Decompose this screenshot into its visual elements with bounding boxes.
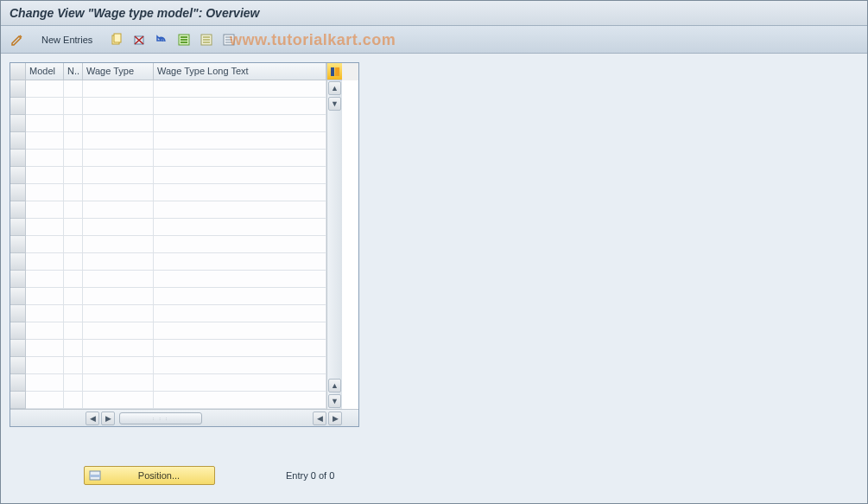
cell-model[interactable] [26, 132, 64, 150]
table-row[interactable] [10, 150, 326, 167]
cell-wage-type[interactable] [83, 132, 154, 150]
column-header-model[interactable]: Model [26, 63, 64, 80]
table-row[interactable] [10, 305, 326, 322]
column-header-wage-type[interactable]: Wage Type [83, 63, 154, 80]
deselect-all-icon[interactable] [197, 31, 216, 48]
column-header-wage-type-long[interactable]: Wage Type Long Text [154, 63, 326, 80]
table-row[interactable] [10, 115, 326, 132]
row-selector[interactable] [10, 115, 26, 132]
cell-wage-type-long[interactable] [154, 184, 326, 201]
table-row[interactable] [10, 80, 326, 98]
cell-wage-type[interactable] [83, 167, 154, 184]
cell-model[interactable] [26, 288, 64, 305]
row-selector[interactable] [10, 392, 26, 409]
cell-model[interactable] [26, 340, 64, 357]
cell-n[interactable] [64, 219, 83, 236]
column-header-n[interactable]: N.. [64, 63, 83, 80]
row-selector[interactable] [10, 236, 26, 253]
cell-wage-type[interactable] [83, 392, 154, 409]
position-button[interactable]: Position... [84, 466, 215, 485]
scroll-left-icon[interactable]: ▶ [101, 411, 115, 425]
cell-wage-type[interactable] [83, 80, 154, 98]
scroll-up-icon[interactable]: ▲ [328, 81, 341, 95]
cell-model[interactable] [26, 392, 64, 409]
cell-wage-type-long[interactable] [154, 357, 326, 374]
row-selector[interactable] [10, 150, 26, 167]
table-row[interactable] [10, 288, 326, 305]
row-selector[interactable] [10, 322, 26, 340]
scroll-down-icon[interactable]: ▼ [328, 394, 341, 408]
table-row[interactable] [10, 374, 326, 392]
cell-n[interactable] [64, 98, 83, 115]
cell-model[interactable] [26, 374, 64, 392]
delete-icon[interactable] [130, 31, 149, 48]
cell-wage-type[interactable] [83, 305, 154, 322]
cell-n[interactable] [64, 184, 83, 201]
cell-wage-type-long[interactable] [154, 219, 326, 236]
scroll-left-end-icon[interactable]: ◀ [86, 411, 99, 425]
scroll-right-end-icon[interactable]: ▶ [328, 411, 342, 425]
cell-wage-type-long[interactable] [154, 340, 326, 357]
cell-n[interactable] [64, 236, 83, 253]
row-selector[interactable] [10, 305, 26, 322]
select-all-icon[interactable] [174, 31, 193, 48]
cell-wage-type[interactable] [83, 184, 154, 201]
scroll-down-step-icon[interactable]: ▼ [328, 97, 341, 111]
row-selector[interactable] [10, 219, 26, 236]
cell-model[interactable] [26, 80, 64, 98]
new-entries-button[interactable]: New Entries [34, 31, 100, 48]
row-selector[interactable] [10, 340, 26, 357]
cell-n[interactable] [64, 253, 83, 271]
cell-model[interactable] [26, 150, 64, 167]
cell-n[interactable] [64, 305, 83, 322]
cell-wage-type-long[interactable] [154, 150, 326, 167]
cell-wage-type[interactable] [83, 374, 154, 392]
cell-model[interactable] [26, 167, 64, 184]
table-row[interactable] [10, 132, 326, 150]
cell-n[interactable] [64, 167, 83, 184]
vertical-scrollbar[interactable]: ▲ ▼ ▲ ▼ [326, 80, 342, 409]
table-row[interactable] [10, 322, 326, 340]
scroll-right-icon[interactable]: ◀ [313, 411, 326, 425]
row-selector[interactable] [10, 271, 26, 288]
cell-wage-type-long[interactable] [154, 271, 326, 288]
cell-wage-type[interactable] [83, 322, 154, 340]
cell-n[interactable] [64, 80, 83, 98]
table-row[interactable] [10, 392, 326, 409]
cell-model[interactable] [26, 271, 64, 288]
cell-wage-type-long[interactable] [154, 98, 326, 115]
row-selector[interactable] [10, 132, 26, 150]
cell-model[interactable] [26, 305, 64, 322]
cell-model[interactable] [26, 184, 64, 201]
cell-wage-type-long[interactable] [154, 392, 326, 409]
cell-model[interactable] [26, 115, 64, 132]
table-row[interactable] [10, 201, 326, 219]
cell-model[interactable] [26, 98, 64, 115]
cell-wage-type-long[interactable] [154, 305, 326, 322]
cell-model[interactable] [26, 253, 64, 271]
cell-wage-type-long[interactable] [154, 132, 326, 150]
cell-wage-type[interactable] [83, 219, 154, 236]
cell-n[interactable] [64, 288, 83, 305]
cell-n[interactable] [64, 201, 83, 219]
table-row[interactable] [10, 271, 326, 288]
cell-wage-type-long[interactable] [154, 236, 326, 253]
cell-wage-type-long[interactable] [154, 167, 326, 184]
row-selector[interactable] [10, 98, 26, 115]
cell-wage-type-long[interactable] [154, 201, 326, 219]
horizontal-scrollbar[interactable]: ◀ ▶ : : : ◀ ▶ [10, 409, 358, 426]
cell-n[interactable] [64, 150, 83, 167]
cell-n[interactable] [64, 271, 83, 288]
cell-model[interactable] [26, 219, 64, 236]
table-row[interactable] [10, 236, 326, 253]
cell-wage-type-long[interactable] [154, 253, 326, 271]
row-selector[interactable] [10, 253, 26, 271]
table-row[interactable] [10, 219, 326, 236]
cell-n[interactable] [64, 132, 83, 150]
hscroll-thumb[interactable]: : : : [119, 412, 202, 424]
row-selector[interactable] [10, 184, 26, 201]
cell-n[interactable] [64, 322, 83, 340]
row-selector[interactable] [10, 80, 26, 98]
cell-wage-type[interactable] [83, 340, 154, 357]
row-selector[interactable] [10, 167, 26, 184]
